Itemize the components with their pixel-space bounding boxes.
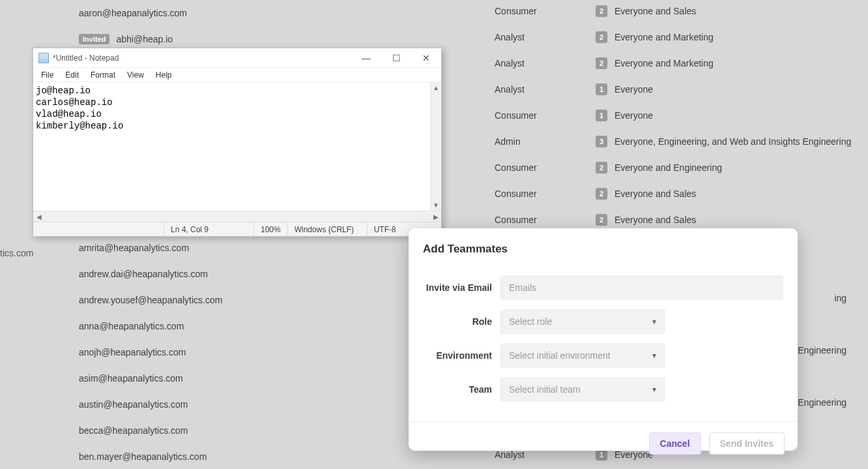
- cancel-button[interactable]: Cancel: [649, 432, 701, 455]
- email-cell: ben.mayer@heapanalytics.com: [79, 451, 207, 462]
- teams-cell: Everyone and Sales: [615, 6, 696, 16]
- send-invites-button[interactable]: Send Invites: [709, 432, 785, 455]
- maximize-button[interactable]: ☐: [381, 48, 411, 68]
- close-button[interactable]: ✕: [411, 48, 441, 68]
- team-count-badge: 2: [596, 5, 607, 17]
- table-row: amrita@heapanalytics.com: [79, 235, 366, 261]
- team-select[interactable]: Select initial team ▾: [500, 377, 665, 402]
- partial-label: tics.com: [0, 248, 33, 258]
- menu-file[interactable]: File: [36, 69, 59, 81]
- role-cell: Consumer: [495, 6, 596, 16]
- teams-cell: Engineering: [798, 345, 846, 356]
- scroll-right-icon[interactable]: ▶: [430, 213, 441, 220]
- team-count-badge: 1: [596, 83, 607, 95]
- scroll-down-icon[interactable]: ▼: [431, 200, 441, 211]
- table-row: Analyst2Everyone and Marketing: [495, 24, 860, 50]
- teams-cell: Everyone and Marketing: [615, 58, 714, 68]
- window-title: *Untitled - Notepad: [53, 53, 351, 63]
- role-cell: Admin: [495, 136, 596, 147]
- table-row: andrew.yousef@heapanalytics.com: [79, 287, 366, 313]
- team-count-badge: 2: [596, 162, 607, 174]
- email-cell: abhi@heap.io: [116, 34, 173, 44]
- table-row: aaron@heapanalytics.com: [79, 0, 366, 26]
- menu-format[interactable]: Format: [85, 69, 121, 81]
- dialog-footer: Cancel Send Invites: [409, 421, 798, 468]
- add-teammates-dialog: Add Teammates Invite via Email Role Sele…: [409, 228, 798, 451]
- label-role: Role: [423, 316, 500, 327]
- email-cell: andrew.dai@heapanalytics.com: [79, 269, 208, 279]
- team-count-badge: 2: [596, 188, 607, 200]
- dialog-body: Invite via Email Role Select role ▾ Envi…: [409, 262, 798, 421]
- menu-bar: File Edit Format View Help: [33, 68, 441, 82]
- menu-view[interactable]: View: [122, 69, 149, 81]
- teams-cell: Everyone and Engineering: [615, 162, 722, 173]
- email-cell: becca@heapanalytics.com: [79, 425, 188, 436]
- minimize-button[interactable]: —: [351, 48, 381, 68]
- teams-cell: ing: [834, 293, 846, 303]
- status-lncol: Ln 4, Col 9: [164, 222, 253, 236]
- table-row: ben.mayer@heapanalytics.com: [79, 444, 366, 469]
- role-cell: Consumer: [495, 110, 596, 121]
- chevron-down-icon: ▾: [652, 317, 656, 326]
- role-cell: Consumer: [495, 189, 596, 199]
- role-cell: Analyst: [495, 32, 596, 42]
- menu-edit[interactable]: Edit: [60, 69, 84, 81]
- notepad-window[interactable]: *Untitled - Notepad — ☐ ✕ File Edit Form…: [33, 48, 442, 237]
- role-select[interactable]: Select role ▾: [500, 309, 665, 334]
- team-count-badge: 2: [596, 31, 607, 43]
- table-row: anojh@heapanalytics.com: [79, 339, 366, 365]
- table-row: Analyst1Everyone: [495, 76, 860, 102]
- table-row: Consumer1Everyone: [495, 102, 860, 129]
- dialog-title: Add Teammates: [409, 228, 798, 262]
- chevron-down-icon: ▾: [652, 351, 656, 360]
- teams-cell: Engineering: [798, 397, 846, 408]
- role-cell: Consumer: [495, 215, 596, 225]
- table-row: andrew.dai@heapanalytics.com: [79, 261, 366, 287]
- teams-cell: Everyone and Marketing: [615, 32, 714, 42]
- table-row: Consumer2Everyone and Sales: [495, 181, 860, 207]
- status-bar: Ln 4, Col 9 100% Windows (CRLF) UTF-8: [33, 222, 441, 236]
- menu-help[interactable]: Help: [151, 69, 177, 81]
- scroll-up-icon[interactable]: ▲: [431, 82, 441, 93]
- teams-cell: Everyone and Sales: [615, 189, 696, 199]
- email-cell: austin@heapanalytics.com: [79, 399, 188, 410]
- teams-cell: Everyone: [615, 110, 653, 121]
- email-cell: amrita@heapanalytics.com: [79, 243, 189, 253]
- scroll-left-icon[interactable]: ◀: [33, 213, 44, 220]
- table-row: anna@heapanalytics.com: [79, 313, 366, 339]
- horizontal-scrollbar[interactable]: ◀ ▶: [33, 211, 441, 222]
- chevron-down-icon: ▾: [652, 385, 656, 394]
- status-eol: Windows (CRLF): [287, 222, 367, 236]
- status-zoom: 100%: [253, 222, 287, 236]
- teams-cell: Everyone and Sales: [615, 215, 696, 225]
- teams-cell: Everyone: [615, 84, 653, 95]
- notepad-icon: [38, 53, 49, 63]
- role-cell: Analyst: [495, 84, 596, 95]
- table-row: austin@heapanalytics.com: [79, 391, 366, 417]
- text-area[interactable]: jo@heap.io carlos@heap.io vlad@heap.io k…: [33, 82, 430, 211]
- email-cell: aaron@heapanalytics.com: [79, 8, 187, 18]
- vertical-scrollbar[interactable]: ▲ ▼: [430, 82, 441, 211]
- label-environment: Environment: [423, 350, 500, 361]
- emails-input[interactable]: [500, 275, 783, 300]
- label-team: Team: [423, 384, 500, 395]
- titlebar[interactable]: *Untitled - Notepad — ☐ ✕: [33, 48, 441, 68]
- teams-cell: Everyone, Engineering, and Web and Insig…: [615, 136, 851, 147]
- table-row: Admin3Everyone, Engineering, and Web and…: [495, 129, 860, 155]
- team-count-badge: 2: [596, 57, 607, 69]
- email-cell: anojh@heapanalytics.com: [79, 347, 186, 357]
- table-row: Analyst2Everyone and Marketing: [495, 50, 860, 76]
- env-placeholder: Select initial environment: [509, 350, 611, 361]
- table-row: asim@heapanalytics.com: [79, 365, 366, 391]
- email-cell: asim@heapanalytics.com: [79, 373, 183, 384]
- team-count-badge: 3: [596, 136, 607, 147]
- environment-select[interactable]: Select initial environment ▾: [500, 343, 665, 368]
- email-cell: anna@heapanalytics.com: [79, 321, 184, 331]
- role-cell: Analyst: [495, 58, 596, 68]
- team-count-badge: 2: [596, 214, 607, 226]
- role-cell: Consumer: [495, 162, 596, 173]
- table-row: Consumer2Everyone and Sales: [495, 0, 860, 24]
- table-row: becca@heapanalytics.com: [79, 417, 366, 444]
- team-count-badge: 1: [596, 110, 607, 121]
- team-placeholder: Select initial team: [509, 384, 581, 395]
